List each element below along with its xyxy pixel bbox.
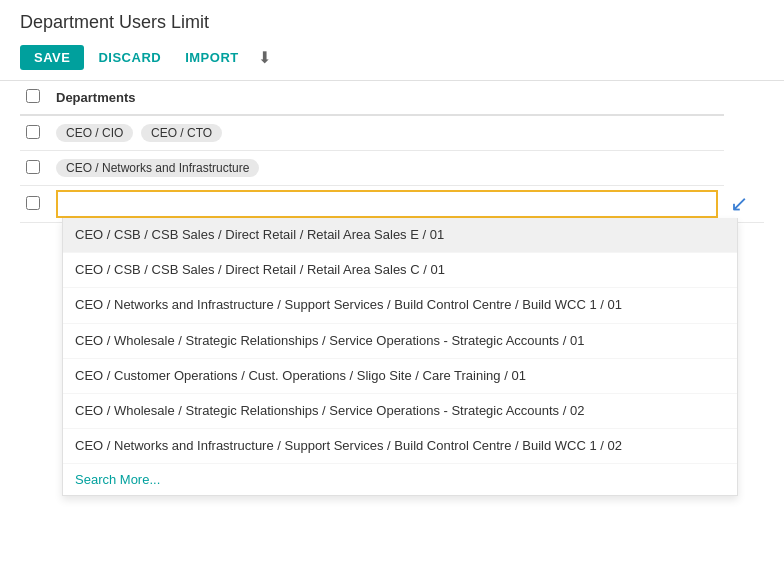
row-checkbox[interactable]: [26, 196, 40, 210]
new-row: CEO / CSB / CSB Sales / Direct Retail / …: [20, 186, 764, 223]
department-dropdown: CEO / CSB / CSB Sales / Direct Retail / …: [62, 218, 738, 496]
dropdown-item[interactable]: CEO / CSB / CSB Sales / Direct Retail / …: [63, 253, 737, 288]
row-checkbox[interactable]: [26, 160, 40, 174]
select-all-checkbox[interactable]: [26, 89, 40, 103]
dropdown-item[interactable]: CEO / CSB / CSB Sales / Direct Retail / …: [63, 218, 737, 253]
table-row: CEO / Networks and Infrastructure: [20, 151, 764, 186]
departments-header: Departments: [50, 81, 724, 115]
toolbar: SAVE DISCARD IMPORT ⬇: [20, 43, 764, 72]
dropdown-item[interactable]: CEO / Customer Operations / Cust. Operat…: [63, 359, 737, 394]
download-button[interactable]: ⬇: [253, 43, 276, 72]
dropdown-item[interactable]: CEO / Wholesale / Strategic Relationship…: [63, 324, 737, 359]
blue-arrow-indicator: ↙: [730, 191, 748, 217]
search-more-link[interactable]: Search More...: [63, 464, 737, 495]
page-title: Department Users Limit: [20, 12, 764, 33]
row-checkbox[interactable]: [26, 125, 40, 139]
tag: CEO / Networks and Infrastructure: [56, 159, 259, 177]
tag: CEO / CTO: [141, 124, 222, 142]
discard-button[interactable]: DISCARD: [88, 45, 171, 70]
departments-table: Departments CEO / CIO CEO / CTO CEO / Ne…: [20, 81, 764, 223]
import-button[interactable]: IMPORT: [175, 45, 249, 70]
save-button[interactable]: SAVE: [20, 45, 84, 70]
department-search-input[interactable]: [56, 190, 718, 218]
dropdown-item[interactable]: CEO / Networks and Infrastructure / Supp…: [63, 429, 737, 464]
tag: CEO / CIO: [56, 124, 133, 142]
dropdown-item[interactable]: CEO / Networks and Infrastructure / Supp…: [63, 288, 737, 323]
dropdown-item[interactable]: CEO / Wholesale / Strategic Relationship…: [63, 394, 737, 429]
table-row: CEO / CIO CEO / CTO: [20, 115, 764, 151]
